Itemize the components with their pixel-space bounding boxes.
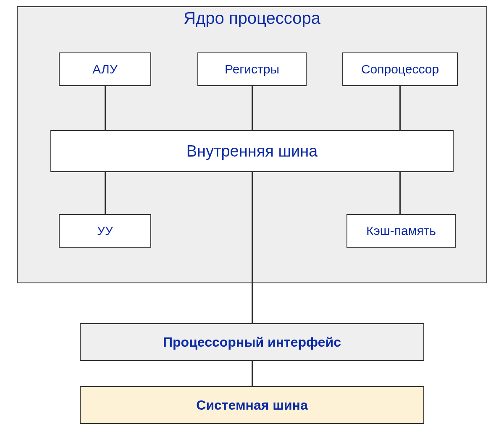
system-bus-label: Системная шина [196, 397, 307, 413]
internal-bus-box: Внутренняя шина [50, 130, 454, 172]
coprocessor-label: Сопроцессор [361, 62, 439, 76]
connector-coprocessor-to-bus [399, 86, 401, 130]
registers-box: Регистры [197, 52, 307, 86]
coprocessor-box: Сопроцессор [342, 52, 458, 86]
connector-alu-to-bus [105, 86, 106, 130]
alu-label: АЛУ [92, 62, 117, 76]
alu-box: АЛУ [59, 52, 151, 86]
system-bus-box: Системная шина [80, 386, 424, 424]
cu-label: УУ [97, 224, 113, 238]
diagram-stage: Ядро процессора АЛУ Регистры Сопроцессор… [0, 0, 504, 434]
cu-box: УУ [59, 214, 151, 248]
connector-registers-to-bus [252, 86, 253, 130]
processor-interface-box: Процессорный интерфейс [80, 323, 424, 361]
processor-interface-label: Процессорный интерфейс [163, 335, 341, 350]
registers-label: Регистры [225, 62, 279, 76]
connector-bus-to-cache [399, 172, 401, 214]
core-title: Ядро процессора [18, 9, 486, 28]
connector-interface-to-sysbus [252, 361, 253, 386]
connector-bus-to-interface [252, 172, 253, 323]
cache-box: Кэш-память [346, 214, 456, 248]
cache-label: Кэш-память [366, 224, 436, 238]
internal-bus-label: Внутренняя шина [186, 142, 318, 160]
connector-bus-to-cu [105, 172, 106, 214]
